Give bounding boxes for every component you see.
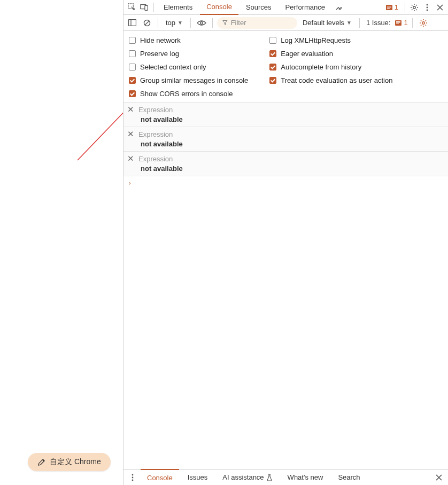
svg-point-11 [427,9,428,11]
main-tabbar: Elements Console Sources Performance 1 [123,0,448,15]
live-expression-eye-icon[interactable] [195,17,208,29]
svg-point-24 [132,479,134,481]
more-tabs-icon[interactable] [333,2,344,13]
checkbox-hide-network[interactable]: Hide network [129,36,248,44]
filter-input[interactable] [231,19,292,27]
checkbox-label: Selected context only [140,63,206,71]
remove-expression-icon[interactable]: ✕ [126,154,135,163]
checkbox-show-cors-errors-in-console[interactable]: Show CORS errors in console [129,90,248,98]
svg-rect-12 [128,20,136,26]
pencil-icon [37,458,45,466]
drawer-kebab-icon[interactable] [127,472,138,483]
filter-icon [222,20,228,26]
issues-count: 1 [404,19,407,27]
drawer-tab-whats-new[interactable]: What's new [281,470,330,486]
console-toolbar: top ▼ Default levels ▼ 1 Issue: 1 [123,15,448,31]
drawer-tab-issues[interactable]: Issues [181,470,214,486]
divider [153,3,154,12]
checkbox-box [269,50,276,57]
svg-point-16 [200,21,203,24]
console-prompt[interactable] [123,176,448,190]
live-expression-row: ✕Expressionnot available [123,103,448,127]
checkbox-label: Group similar messages in console [140,76,248,84]
divider [212,18,213,28]
checkbox-selected-context-only[interactable]: Selected context only [129,63,248,71]
devtools-panel: Elements Console Sources Performance 1 [123,0,448,485]
svg-rect-3 [145,5,148,10]
log-levels-selector[interactable]: Default levels ▼ [299,19,355,27]
drawer-close-icon[interactable] [433,472,445,483]
issues-badge[interactable]: 1 [395,19,407,27]
checkbox-group-similar-messages-in-console[interactable]: Group similar messages in console [129,76,248,84]
device-toggle-icon[interactable] [138,2,150,13]
expression-value: not available [141,165,446,173]
checkbox-box [129,50,136,57]
checkbox-box [129,90,136,97]
checkbox-eager-evaluation[interactable]: Eager evaluation [269,50,392,58]
console-settings: Hide networkPreserve logSelected context… [123,31,448,103]
customize-chrome-button[interactable]: 自定义 Chrome [28,453,111,471]
checkbox-label: Log XMLHttpRequests [281,36,351,44]
close-devtools-icon[interactable] [434,2,446,13]
error-count: 1 [395,3,398,11]
settings-gear-icon[interactable] [408,2,420,13]
tab-sources[interactable]: Sources [240,0,278,15]
checkbox-treat-code-evaluation-as-user-action[interactable]: Treat code evaluation as user action [269,76,392,84]
expression-placeholder[interactable]: Expression [138,155,173,163]
settings-col-right: Log XMLHttpRequestsEager evaluationAutoc… [269,36,392,98]
expression-value: not available [141,140,446,148]
svg-point-21 [422,21,424,24]
live-expressions: ✕Expressionnot available✕Expressionnot a… [123,103,448,176]
svg-rect-18 [396,21,400,22]
sidebar-toggle-icon[interactable] [126,17,138,29]
tab-performance[interactable]: Performance [279,0,331,15]
live-expression-row: ✕Expressionnot available [123,127,448,152]
kebab-menu-icon[interactable] [421,2,433,13]
drawer-tab-console[interactable]: Console [141,469,179,485]
expression-placeholder[interactable]: Expression [138,130,173,138]
tab-console[interactable]: Console [200,0,238,15]
drawer-tab-ai-assistance[interactable]: AI assistance [216,470,279,486]
svg-rect-5 [387,6,391,6]
checkbox-box [129,64,136,71]
checkbox-label: Preserve log [140,50,179,58]
clear-console-icon[interactable] [141,17,153,29]
checkbox-box [129,77,136,84]
settings-col-left: Hide networkPreserve logSelected context… [129,36,248,98]
svg-point-22 [132,474,134,475]
checkbox-log-xmlhttprequests[interactable]: Log XMLHttpRequests [269,36,392,44]
tab-elements[interactable]: Elements [157,0,199,15]
checkbox-label: Autocomplete from history [281,63,361,71]
checkbox-box [269,64,276,71]
checkbox-label: Hide network [140,36,181,44]
checkbox-autocomplete-from-history[interactable]: Autocomplete from history [269,63,392,71]
context-label: top [166,19,175,27]
svg-point-23 [132,476,134,478]
checkbox-label: Eager evaluation [281,50,333,58]
drawer-tabbar: Console Issues AI assistance What's new … [123,469,448,485]
flask-icon [266,474,273,481]
checkbox-box [129,37,136,44]
checkbox-label: Treat code evaluation as user action [281,76,392,84]
error-badge[interactable]: 1 [382,3,401,11]
divider [158,18,158,28]
context-selector[interactable]: top ▼ [163,19,186,27]
checkbox-box [269,37,276,44]
divider [190,18,191,28]
svg-point-8 [413,6,415,8]
checkbox-preserve-log[interactable]: Preserve log [129,50,248,58]
dropdown-triangle-icon: ▼ [346,20,352,26]
dropdown-triangle-icon: ▼ [177,20,183,26]
svg-line-15 [145,21,149,25]
filter-field[interactable] [217,17,297,29]
svg-point-10 [427,6,428,8]
inspect-icon[interactable] [126,2,137,13]
expression-placeholder[interactable]: Expression [138,106,173,114]
console-settings-gear-icon[interactable] [417,17,430,29]
levels-label: Default levels [303,19,344,27]
issues-label: 1 Issue: [364,19,393,27]
remove-expression-icon[interactable]: ✕ [126,129,135,139]
svg-point-9 [427,4,428,5]
remove-expression-icon[interactable]: ✕ [126,105,135,114]
drawer-tab-search[interactable]: Search [331,470,366,486]
